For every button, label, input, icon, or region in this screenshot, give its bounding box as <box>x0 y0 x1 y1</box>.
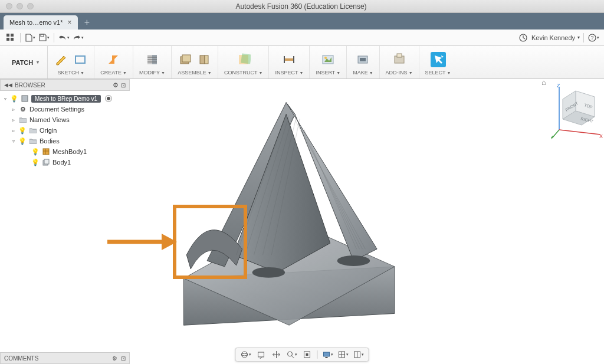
svg-point-67 <box>242 353 248 356</box>
user-name-label: Kevin Kennedy <box>531 34 575 41</box>
lightbulb-icon[interactable]: 💡 <box>18 137 27 145</box>
expand-icon[interactable]: ▹ <box>11 128 17 133</box>
document-tab[interactable]: Mesh to…emo v1* × <box>4 15 78 29</box>
user-menu[interactable]: Kevin Kennedy ▾ <box>531 34 580 41</box>
help-icon[interactable]: ?▾ <box>587 32 599 44</box>
svg-rect-48 <box>22 96 28 101</box>
expand-icon[interactable]: ▿ <box>11 139 17 144</box>
lightbulb-icon[interactable]: 💡 <box>10 95 18 103</box>
ribbon-group-inspect[interactable]: INSPECT▼ <box>269 46 310 78</box>
gear-icon: ⚙ <box>18 106 28 113</box>
job-status-icon[interactable] <box>517 32 529 44</box>
sketch-rect-icon <box>73 52 88 67</box>
assemble-icon-1 <box>178 52 193 67</box>
viewcube-home-icon[interactable]: ⌂ <box>541 78 546 87</box>
fit-icon[interactable] <box>301 349 314 360</box>
svg-text:?: ? <box>590 35 593 41</box>
window-controls[interactable] <box>0 3 34 9</box>
browser-settings-icon[interactable]: ⚙ <box>113 81 119 89</box>
lightbulb-icon[interactable]: 💡 <box>31 148 40 156</box>
comments-settings-icon[interactable]: ⚙ <box>112 355 117 362</box>
svg-rect-27 <box>360 58 366 61</box>
zoom-window-dot[interactable] <box>27 3 34 9</box>
save-icon[interactable]: ▾ <box>38 32 50 44</box>
orbit-icon[interactable]: ▾ <box>239 349 252 360</box>
inspect-icon <box>281 52 297 67</box>
comments-pin-icon[interactable]: ⊡ <box>121 355 126 362</box>
tree-item-body1[interactable]: 💡 Body1 <box>0 157 130 168</box>
comments-panel-header[interactable]: COMMENTS ⚙ ⊡ <box>0 352 130 364</box>
ribbon-group-make[interactable]: MAKE▼ <box>347 46 379 78</box>
svg-point-36 <box>337 255 370 266</box>
quick-access-toolbar: ▾ ▾ ▾ ▾ Kevin Kennedy ▾ ?▾ <box>0 29 604 46</box>
grid-settings-icon[interactable]: ▾ <box>337 349 350 360</box>
svg-line-70 <box>292 356 294 358</box>
window-title: Autodesk Fusion 360 (Education License) <box>34 2 569 11</box>
tree-root-label: Mesh to BRep Demo v1 <box>31 95 101 103</box>
tree-item-meshbody[interactable]: 💡 MeshBody1 <box>0 146 130 157</box>
pan-icon[interactable] <box>270 349 283 360</box>
sketch-icon <box>54 52 69 67</box>
tree-item-named-views[interactable]: ▹ Named Views <box>0 114 130 125</box>
ribbon-group-create[interactable]: CREATE▼ <box>94 46 133 78</box>
svg-rect-17 <box>205 55 208 64</box>
expand-icon[interactable]: ▹ <box>11 107 17 112</box>
svg-rect-2 <box>6 38 9 41</box>
display-settings-icon[interactable]: ▾ <box>321 349 334 360</box>
expand-icon[interactable]: ▿ <box>2 96 8 101</box>
ribbon-toolbar: PATCH SKETCH▼ CREATE▼ MODIFY▼ ASSEMBLE▼ … <box>0 46 604 79</box>
collapse-icon[interactable]: ◀◀ <box>4 82 12 88</box>
solid-body-icon <box>41 159 51 166</box>
document-tabstrip: Mesh to…emo v1* × + <box>0 13 604 29</box>
addins-icon <box>392 52 407 67</box>
comments-label: COMMENTS <box>4 355 38 362</box>
svg-point-35 <box>252 267 285 278</box>
expand-icon[interactable]: ▹ <box>11 117 17 123</box>
tree-item-origin[interactable]: ▹ 💡 Origin <box>0 125 130 136</box>
svg-rect-73 <box>324 352 330 356</box>
viewcube[interactable]: ⌂ Z X Y TOP FRONT RIGHT <box>551 83 593 125</box>
minimize-window-dot[interactable] <box>17 3 23 9</box>
workspace-selector[interactable]: PATCH <box>4 46 48 78</box>
svg-rect-16 <box>200 55 205 64</box>
new-tab-button[interactable]: + <box>80 15 94 29</box>
svg-rect-8 <box>76 56 85 63</box>
svg-text:X: X <box>599 133 603 139</box>
ribbon-group-select[interactable]: SELECT▼ <box>419 46 457 78</box>
browser-pin-icon[interactable]: ⊡ <box>121 82 126 88</box>
redo-icon[interactable]: ▾ <box>72 32 84 44</box>
svg-text:Z: Z <box>557 83 560 88</box>
svg-rect-20 <box>284 58 294 61</box>
ribbon-group-insert[interactable]: INSERT▼ <box>310 46 347 78</box>
look-at-icon[interactable] <box>255 349 268 360</box>
modify-icon <box>145 52 160 67</box>
viewport-layout-icon[interactable]: ▾ <box>352 349 365 360</box>
browser-header[interactable]: ◀◀ BROWSER ⚙ ⊡ <box>0 79 130 91</box>
ribbon-group-construct[interactable]: CONSTRUCT▼ <box>218 46 269 78</box>
ribbon-group-addins[interactable]: ADD-INS▼ <box>380 46 419 78</box>
folder-icon <box>28 138 38 144</box>
ribbon-group-modify[interactable]: MODIFY▼ <box>133 46 172 78</box>
svg-rect-15 <box>182 55 191 62</box>
ribbon-group-sketch[interactable]: SKETCH▼ <box>48 46 94 78</box>
svg-text:Y: Y <box>551 135 553 139</box>
ribbon-group-assemble[interactable]: ASSEMBLE▼ <box>172 46 218 78</box>
data-panel-icon[interactable] <box>5 32 17 44</box>
folder-icon <box>18 117 28 123</box>
make-icon <box>355 52 370 67</box>
tree-item-bodies[interactable]: ▿ 💡 Bodies <box>0 136 130 146</box>
lightbulb-icon[interactable]: 💡 <box>31 159 40 166</box>
tree-item-doc-settings[interactable]: ▹ ⚙ Document Settings <box>0 104 130 114</box>
svg-rect-72 <box>306 353 308 356</box>
file-menu-icon[interactable]: ▾ <box>24 32 36 44</box>
select-icon <box>431 52 446 67</box>
zoom-icon[interactable]: ▾ <box>285 349 298 360</box>
svg-rect-3 <box>11 38 14 41</box>
mesh-body-icon <box>41 148 51 155</box>
undo-icon[interactable]: ▾ <box>58 32 70 44</box>
lightbulb-icon[interactable]: 💡 <box>18 127 27 135</box>
close-window-dot[interactable] <box>6 3 12 9</box>
close-tab-icon[interactable]: × <box>67 18 71 27</box>
tree-root[interactable]: ▿ 💡 Mesh to BRep Demo v1 <box>0 93 130 104</box>
active-component-radio[interactable] <box>105 95 112 102</box>
